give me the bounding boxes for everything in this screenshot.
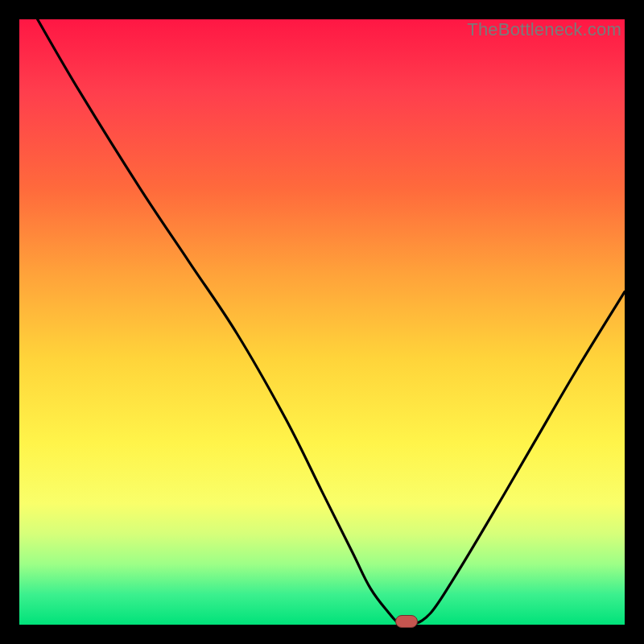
chart-frame: TheBottleneck.com <box>0 0 644 644</box>
plot-area: TheBottleneck.com <box>19 19 625 625</box>
optimal-point-marker <box>395 615 418 628</box>
watermark-text: TheBottleneck.com <box>467 19 621 40</box>
bottleneck-curve <box>19 19 625 625</box>
